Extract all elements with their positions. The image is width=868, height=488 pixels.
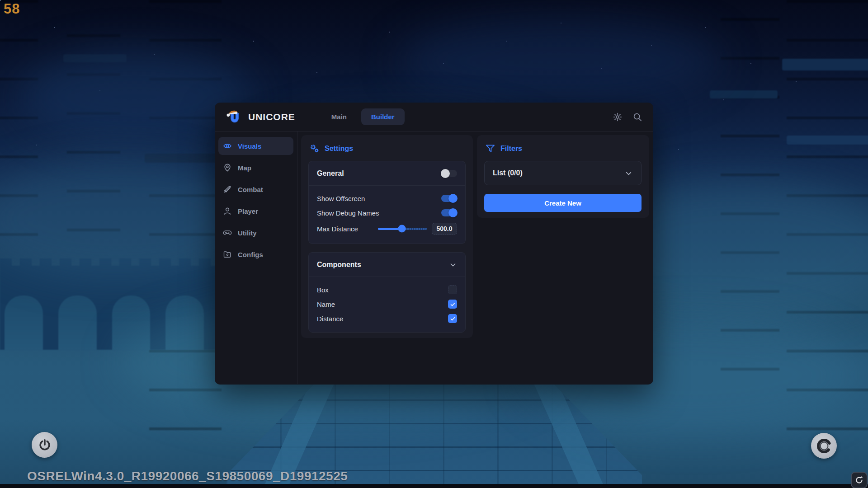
gamepad-icon: [223, 228, 232, 237]
sidebar-item-configs[interactable]: Configs: [218, 245, 293, 263]
map-pin-icon: [223, 163, 232, 172]
panel-title-text: Settings: [325, 145, 353, 153]
header-tabs: Main Builder: [321, 108, 405, 125]
component-label: Distance: [317, 315, 343, 323]
settings-panel: Settings General Show Offscreen: [301, 135, 473, 338]
builder-content: Settings General Show Offscreen: [297, 131, 653, 384]
tab-main[interactable]: Main: [321, 108, 357, 125]
box-checkbox[interactable]: [448, 285, 457, 294]
lens-icon: [815, 437, 833, 455]
bottom-letterbox: [0, 484, 868, 488]
distance-checkbox[interactable]: [448, 314, 457, 323]
lens-button[interactable]: [811, 433, 837, 459]
sidebar-label: Configs: [238, 251, 263, 258]
sidebar-item-visuals[interactable]: Visuals: [218, 137, 293, 155]
check-icon: [450, 301, 456, 307]
setting-row-show-debug-names: Show Debug Names: [317, 206, 457, 220]
setting-label: Max Distance: [317, 225, 358, 233]
build-version-text: OSRELWin4.3.0_R19920066_S19850069_D19912…: [27, 469, 348, 483]
show-debug-names-toggle[interactable]: [441, 209, 457, 216]
brand-title: UNICORE: [248, 112, 295, 122]
gears-icon: [309, 143, 320, 154]
power-icon: [38, 438, 52, 452]
power-button[interactable]: [32, 432, 57, 458]
general-label: General: [317, 169, 344, 178]
components-label: Components: [317, 261, 361, 269]
filters-panel-title: Filters: [485, 143, 642, 154]
name-checkbox[interactable]: [448, 300, 457, 309]
general-card: General Show Offscreen Show Debug Names: [308, 161, 466, 244]
filter-list-dropdown[interactable]: List (0/0): [484, 161, 642, 185]
sidebar: Visuals Map Combat: [215, 131, 297, 384]
chevron-down-icon: [624, 169, 633, 178]
unicore-window: UNICORE Main Builder Visuals: [215, 103, 653, 385]
general-section-header[interactable]: General: [309, 161, 465, 185]
pillar-ledge: [787, 136, 868, 145]
setting-label: Show Debug Names: [317, 209, 379, 217]
filter-icon: [485, 143, 495, 154]
max-distance-slider[interactable]: [378, 228, 427, 230]
sidebar-label: Visuals: [238, 142, 261, 150]
sidebar-label: Combat: [238, 186, 263, 193]
components-section-header[interactable]: Components: [309, 253, 465, 277]
setting-label: Show Offscreen: [317, 195, 365, 202]
setting-row-show-offscreen: Show Offscreen: [317, 191, 457, 206]
chevron-down-icon: [449, 261, 457, 269]
check-icon: [450, 316, 456, 322]
component-row-box: Box: [317, 282, 457, 297]
component-label: Name: [317, 300, 335, 308]
gear-icon[interactable]: [613, 112, 623, 122]
panel-title-text: Filters: [500, 145, 522, 153]
search-icon[interactable]: [632, 112, 642, 122]
refresh-icon: [854, 475, 864, 485]
sidebar-label: Player: [238, 207, 258, 215]
sword-icon: [223, 185, 232, 194]
component-label: Box: [317, 286, 329, 294]
fps-counter: 58: [4, 1, 20, 17]
sidebar-label: Map: [238, 164, 251, 172]
component-row-distance: Distance: [317, 311, 457, 326]
tab-builder[interactable]: Builder: [361, 108, 405, 125]
general-toggle[interactable]: [441, 170, 457, 177]
cloud: [398, 18, 723, 104]
sidebar-label: Utility: [238, 229, 257, 237]
components-card: Components Box Name: [308, 252, 466, 333]
slider-knob[interactable]: [398, 225, 406, 233]
pillar-ledge: [782, 59, 868, 70]
sidebar-item-utility[interactable]: Utility: [218, 224, 293, 242]
folder-gear-icon: [223, 250, 232, 259]
unicore-logo: [226, 108, 244, 126]
setting-row-max-distance: Max Distance 500.0: [317, 220, 457, 237]
max-distance-value[interactable]: 500.0: [432, 223, 457, 235]
filters-panel: Filters List (0/0) Create New: [477, 135, 649, 218]
sidebar-item-map[interactable]: Map: [218, 159, 293, 177]
dropdown-value: List (0/0): [493, 169, 523, 177]
show-offscreen-toggle[interactable]: [441, 195, 457, 202]
eye-icon: [223, 141, 232, 150]
component-row-name: Name: [317, 297, 457, 311]
pillar-ledge: [710, 90, 778, 99]
sidebar-item-player[interactable]: Player: [218, 202, 293, 220]
sidebar-item-combat[interactable]: Combat: [218, 180, 293, 198]
window-header: UNICORE Main Builder: [215, 103, 653, 131]
settings-panel-title: Settings: [309, 143, 466, 154]
refresh-button[interactable]: [851, 472, 868, 488]
person-icon: [223, 206, 232, 216]
create-new-button[interactable]: Create New: [484, 194, 642, 212]
